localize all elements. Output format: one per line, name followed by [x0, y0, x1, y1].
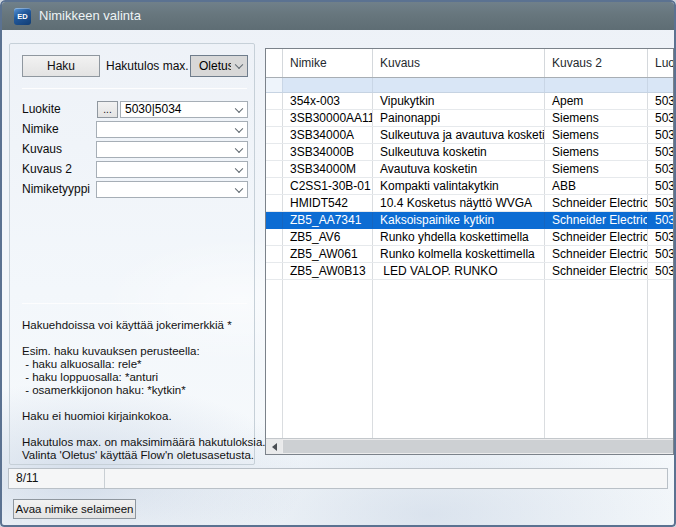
table-row[interactable]: ZB5_AA7341Kaksoispainike kytkinSchneider…	[266, 212, 673, 229]
luokite-combo[interactable]: 5030|5034	[120, 101, 248, 118]
cell-kuvaus: Vipukytkin	[373, 93, 545, 109]
chevron-down-icon	[235, 104, 243, 112]
cell-nimike: HMIDT542	[283, 195, 373, 211]
cell-nimike: ZB5_AW0B13	[283, 263, 373, 279]
header-row-selector	[266, 49, 283, 77]
cell-luokite: 5030	[648, 195, 673, 211]
row-selector[interactable]	[266, 212, 283, 228]
cell-luokite: 5030	[648, 127, 673, 143]
help-line: - osamerkkijonon haku: *kytkin*	[22, 384, 266, 397]
cell-kuvaus2: Schneider Electric	[545, 195, 648, 211]
open-in-browser-button[interactable]: Avaa nimike selaimeen	[13, 499, 136, 519]
cell-kuvaus2: ABB	[545, 178, 648, 194]
header-kuvaus[interactable]: Kuvaus	[373, 49, 545, 77]
help-line: Hakuehdoissa voi käyttää jokerimerkkiä *	[22, 319, 266, 332]
row-selector[interactable]	[266, 144, 283, 160]
max-results-label: Hakutulos max.	[106, 58, 189, 75]
row-selector[interactable]	[266, 263, 283, 279]
help-line: - haku alkuosalla: rele*	[22, 358, 266, 371]
cell-kuvaus: LED VALOP. RUNKO	[373, 263, 545, 279]
field-label-nimike: Nimike	[22, 121, 59, 138]
field-label-luokite: Luokite	[22, 101, 61, 118]
row-selector[interactable]	[266, 246, 283, 262]
window-title: Nimikkeen valinta	[39, 2, 141, 30]
cell-nimike: 354x-003	[283, 93, 373, 109]
scrollbar-thumb[interactable]	[283, 440, 673, 453]
cell-kuvaus: Runko kolmella koskettimella	[373, 246, 545, 262]
header-nimike[interactable]: Nimike	[283, 49, 373, 77]
cell-nimike: ZB5_AW061	[283, 246, 373, 262]
table-row[interactable]: 3SB34000BSulkeutuva kosketinSiemens5030	[266, 144, 673, 161]
nimike-combo[interactable]	[96, 121, 248, 138]
cell-kuvaus: Avautuva kosketin	[373, 161, 545, 177]
cell-nimike: 3SB30000AA11	[283, 110, 373, 126]
row-selector[interactable]	[266, 127, 283, 143]
cell-kuvaus2: Schneider Electric	[545, 212, 648, 228]
table-row[interactable]: HMIDT54210.4 Kosketus näyttö WVGASchneid…	[266, 195, 673, 212]
cell-luokite: 5030	[648, 93, 673, 109]
table-row[interactable]: ZB5_AW061Runko kolmella koskettimellaSch…	[266, 246, 673, 263]
chevron-down-icon	[235, 61, 243, 69]
row-selector[interactable]	[266, 93, 283, 109]
table-header: Nimike Kuvaus Kuvaus 2 Luokite	[266, 49, 673, 78]
cell-luokite: 5030	[648, 229, 673, 245]
max-results-value: Oletus	[199, 56, 231, 76]
nimiketyyppi-combo[interactable]	[96, 181, 248, 198]
row-selector[interactable]	[266, 161, 283, 177]
cell-kuvaus2: Apem	[545, 93, 648, 109]
help-line: Hakutulos max. on maksimimäärä hakutulok…	[22, 436, 266, 449]
table-row[interactable]: 3SB34000ASulkeutuva ja avautuva kosketin…	[266, 127, 673, 144]
help-text: Hakuehdoissa voi käyttää jokerimerkkiä *…	[22, 319, 266, 475]
table-row[interactable]: 354x-003VipukytkinApem5030	[266, 93, 673, 110]
row-selector[interactable]	[266, 110, 283, 126]
cell-nimike: C2SS1-30B-01	[283, 178, 373, 194]
cell-kuvaus: Sulkeutuva ja avautuva kosketin	[373, 127, 545, 143]
search-button[interactable]: Haku	[22, 55, 100, 77]
help-line: Haku ei huomioi kirjainkokoa.	[22, 410, 266, 423]
cell-nimike: 3SB34000B	[283, 144, 373, 160]
filter-kuvaus[interactable]	[373, 78, 545, 92]
filter-row[interactable]	[266, 78, 673, 93]
status-divider	[104, 469, 105, 488]
kuvaus2-combo[interactable]	[96, 161, 248, 178]
filter-luokite[interactable]	[648, 78, 674, 92]
max-results-combo[interactable]: Oletus	[190, 55, 248, 77]
row-selector[interactable]	[266, 178, 283, 194]
table-row[interactable]: 3SB34000MAvautuva kosketinSiemens5030	[266, 161, 673, 178]
cell-nimike: 3SB34000M	[283, 161, 373, 177]
browse-button[interactable]: ...	[97, 101, 118, 118]
result-counter: 8/11	[16, 469, 38, 488]
separator	[22, 303, 247, 304]
cell-kuvaus2: Siemens	[545, 144, 648, 160]
header-kuvaus2[interactable]: Kuvaus 2	[545, 49, 648, 77]
cell-kuvaus2: Schneider Electric	[545, 229, 648, 245]
row-selector[interactable]	[266, 195, 283, 211]
cell-luokite: 5030	[648, 212, 673, 228]
cell-nimike: ZB5_AA7341	[283, 212, 373, 228]
chevron-down-icon	[235, 184, 243, 192]
field-label-kuvaus2: Kuvaus 2	[22, 161, 72, 178]
cell-luokite: 5030	[648, 161, 673, 177]
header-luokite[interactable]: Luokite	[648, 49, 674, 77]
table-row[interactable]: C2SS1-30B-01Kompakti valintakytkinABB503…	[266, 178, 673, 195]
cell-kuvaus: Kaksoispainike kytkin	[373, 212, 545, 228]
chevron-down-icon	[235, 124, 243, 132]
title-bar[interactable]: ED Nimikkeen valinta	[2, 2, 674, 30]
cell-luokite: 5030	[648, 246, 673, 262]
filter-nimike[interactable]	[283, 78, 373, 92]
scroll-left-button[interactable]	[266, 439, 282, 454]
kuvaus-combo[interactable]	[96, 141, 248, 158]
table-row[interactable]: ZB5_AW0B13 LED VALOP. RUNKOSchneider Ele…	[266, 263, 673, 280]
scroll-left-icon	[272, 443, 277, 451]
cell-kuvaus2: Siemens	[545, 161, 648, 177]
cell-kuvaus: Painonappi	[373, 110, 545, 126]
cell-kuvaus: Sulkeutuva kosketin	[373, 144, 545, 160]
horizontal-scrollbar[interactable]	[266, 438, 673, 454]
table-row[interactable]: ZB5_AV6Runko yhdella koskettimellaSchnei…	[266, 229, 673, 246]
cell-kuvaus2: Siemens	[545, 127, 648, 143]
table-row[interactable]: 3SB30000AA11PainonappiSiemens5030	[266, 110, 673, 127]
cell-kuvaus2: Schneider Electric	[545, 263, 648, 279]
row-selector[interactable]	[266, 229, 283, 245]
filter-kuvaus2[interactable]	[545, 78, 648, 92]
cell-kuvaus2: Schneider Electric	[545, 246, 648, 262]
